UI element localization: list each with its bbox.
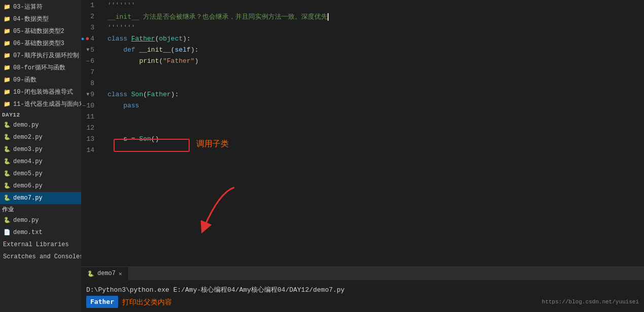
terminal-command: D:\Python3\python.exe E:/Amy-核心编程04/Amy核… <box>86 285 345 296</box>
class-name: Father <box>131 33 155 45</box>
class-son-call: Son <box>139 134 151 145</box>
sidebar-label: 08-for循环与函数 <box>13 63 65 73</box>
code-line-13: s = Son() <box>108 134 644 145</box>
sidebar-item-demo6[interactable]: 🐍 demo6.py <box>0 180 81 192</box>
comment: ''''''' <box>108 0 135 11</box>
line-num-7: 7 <box>81 67 98 78</box>
indent <box>108 45 123 56</box>
class-son: Son <box>131 89 143 100</box>
sidebar-label: demo.py <box>13 215 39 225</box>
sidebar-label: 04-数据类型 <box>13 14 49 24</box>
sidebar-label: demo3.py <box>13 144 43 154</box>
sidebar-label: 09-函数 <box>13 75 37 85</box>
line-numbers: 1 2 3 ● ● 4 ▼ 5 — 6 7 8 ▼ <box>81 0 102 266</box>
line-num-8: 8 <box>81 78 98 89</box>
keyword-def: def <box>123 45 139 56</box>
terminal-output-line: Father 打印出父类内容 https://blog.csdn.net/yuu… <box>86 296 639 308</box>
python-icon: 🐍 <box>3 158 11 166</box>
sidebar-label: demo7.py <box>13 193 43 203</box>
terminal-command-line: D:\Python3\python.exe E:/Amy-核心编程04/Amy核… <box>86 285 639 296</box>
indent <box>108 134 123 145</box>
sidebar-label: 05-基础数据类型2 <box>13 26 64 36</box>
sidebar-item-09[interactable]: 📁 09-函数 <box>0 74 81 86</box>
code-line-1: ''''''' <box>108 0 644 11</box>
python-icon: 🐍 <box>3 133 11 141</box>
sidebar-item-demo7[interactable]: 🐍 demo7.py <box>0 192 81 204</box>
folder-icon: 📁 <box>3 15 11 23</box>
sidebar-label: Scratches and Consoles <box>3 252 81 262</box>
sidebar-item-hw-demo[interactable]: 🐍 demo.py <box>0 214 81 226</box>
code-line-9: class Son(Father): <box>108 89 644 100</box>
sidebar-item-hw-txt[interactable]: 📄 demo.txt <box>0 226 81 239</box>
tab-label: demo7 <box>97 270 116 277</box>
folder-icon: 📁 <box>3 3 11 11</box>
tab-icon: 🐍 <box>87 270 94 277</box>
keyword-class2: class <box>108 89 131 100</box>
terminal-tab[interactable]: 🐍 demo7 ✕ <box>81 267 129 280</box>
code-content[interactable]: ''''''' __init__ 方法是否会被继承？也会继承，并且同实例方法一致… <box>102 0 644 266</box>
code-line-6: print("Father") <box>108 56 644 67</box>
sidebar-item-demo3[interactable]: 🐍 demo3.py <box>0 143 81 155</box>
code-line-11 <box>108 111 644 123</box>
paren2: ): <box>183 33 191 45</box>
sidebar-label: External Libraries <box>3 240 69 250</box>
code-line-14 <box>108 145 644 156</box>
comment-text: __init__ 方法是否会被继承？也会继承，并且同实例方法一致。深度优先 <box>108 11 328 22</box>
sidebar-label: demo.py <box>13 120 39 130</box>
sidebar-label: 11-迭代器生成器与面向对 <box>13 99 81 109</box>
sidebar-label: demo4.py <box>13 157 43 167</box>
sidebar-label: 07-顺序执行及循环控制 <box>13 51 79 61</box>
sidebar-item-demo5[interactable]: 🐍 demo5.py <box>0 168 81 180</box>
folder-icon: 📁 <box>3 52 11 60</box>
line-num-1: 1 <box>81 0 98 11</box>
blog-url: https://blog.csdn.net/yuuisei <box>542 296 639 307</box>
paren2: ): <box>191 45 199 56</box>
indent <box>108 56 139 67</box>
sidebar-item-04[interactable]: 📁 04-数据类型 <box>0 13 81 25</box>
sidebar-item-05[interactable]: 📁 05-基础数据类型2 <box>0 25 81 37</box>
sidebar-item-08[interactable]: 📁 08-for循环与函数 <box>0 62 81 74</box>
tab-close-icon[interactable]: ✕ <box>119 270 122 277</box>
code-line-2: __init__ 方法是否会被继承？也会继承，并且同实例方法一致。深度优先 <box>108 11 644 22</box>
func-name: __init__ <box>139 45 170 56</box>
section-homework: 作业 <box>0 204 81 214</box>
string-father: "Father" <box>163 56 194 67</box>
code-line-7 <box>108 67 644 78</box>
keyword-class: class <box>108 33 131 45</box>
python-icon: 🐍 <box>3 182 11 190</box>
line-num-3: 3 <box>81 22 98 33</box>
folder-icon: 📁 <box>3 76 11 84</box>
python-icon: 🐍 <box>3 194 11 202</box>
paren: ( <box>171 45 175 56</box>
sidebar-item-06[interactable]: 📁 06-基础数据类型3 <box>0 37 81 50</box>
indent <box>108 100 123 111</box>
sidebar-item-scratches[interactable]: Scratches and Consoles <box>0 251 81 263</box>
text-icon: 📄 <box>3 228 11 237</box>
sidebar-item-11[interactable]: 📁 11-迭代器生成器与面向对 <box>0 98 81 110</box>
sidebar-label: 10-闭包装饰器推导式 <box>13 87 73 97</box>
func-print: print <box>139 56 159 67</box>
terminal-content: D:\Python3\python.exe E:/Amy-核心编程04/Amy核… <box>81 280 644 312</box>
code-line-5: def __init__(self): <box>108 45 644 56</box>
sidebar-item-03[interactable]: 📁 03-运算符 <box>0 1 81 13</box>
folder-icon: 📁 <box>3 100 11 108</box>
sidebar-item-07[interactable]: 📁 07-顺序执行及循环控制 <box>0 50 81 62</box>
folder-icon: 📁 <box>3 40 11 48</box>
line-num-9: ▼ 9 <box>81 89 98 100</box>
keyword-pass: pass <box>123 100 139 111</box>
var-s: s <box>123 134 127 145</box>
line-num-14: 14 <box>81 145 98 156</box>
sidebar: 📁 03-运算符 📁 04-数据类型 📁 05-基础数据类型2 📁 06-基础数… <box>0 0 81 312</box>
line-num-12: 12 <box>81 123 98 134</box>
sidebar-item-ext-libs[interactable]: External Libraries <box>0 239 81 251</box>
sidebar-item-10[interactable]: 📁 10-闭包装饰器推导式 <box>0 86 81 98</box>
paren: ( <box>155 33 159 45</box>
code-container: 1 2 3 ● ● 4 ▼ 5 — 6 7 8 ▼ <box>81 0 644 266</box>
sidebar-item-demo4[interactable]: 🐍 demo4.py <box>0 155 81 168</box>
sidebar-label: demo5.py <box>13 169 43 179</box>
sidebar-label: demo2.py <box>13 132 43 142</box>
code-line-10: pass <box>108 100 644 111</box>
sidebar-item-demo2[interactable]: 🐍 demo2.py <box>0 131 81 143</box>
sidebar-item-demo[interactable]: 🐍 demo.py <box>0 119 81 131</box>
python-icon: 🐍 <box>3 145 11 153</box>
